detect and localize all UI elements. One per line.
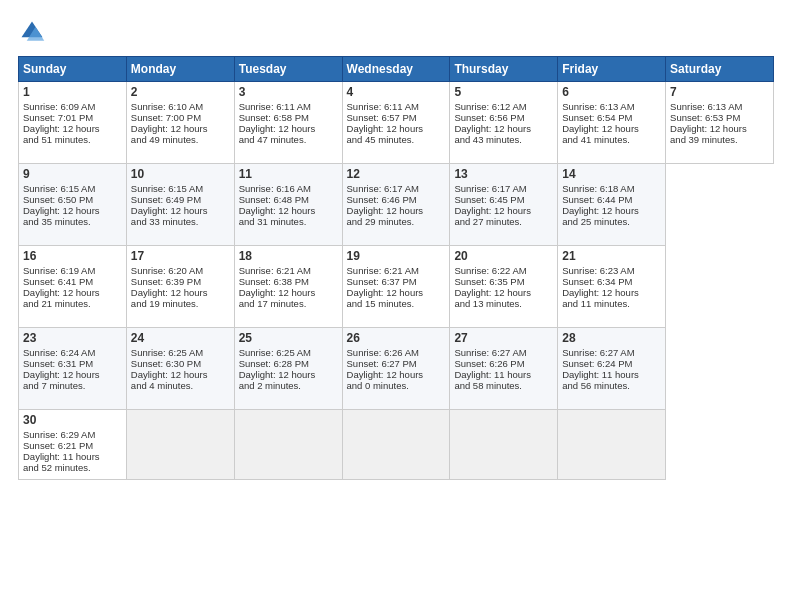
day-info-line: Sunset: 6:58 PM <box>239 112 338 123</box>
day-info-line: Sunset: 6:26 PM <box>454 358 553 369</box>
day-number: 19 <box>347 249 446 263</box>
calendar-header-sunday: Sunday <box>19 57 127 82</box>
day-info-line: Sunset: 6:56 PM <box>454 112 553 123</box>
day-info-line: Daylight: 11 hours <box>562 369 661 380</box>
calendar-cell: 7Sunrise: 6:13 AMSunset: 6:53 PMDaylight… <box>666 82 774 164</box>
day-info-line: Sunrise: 6:17 AM <box>347 183 446 194</box>
day-info-line: and 58 minutes. <box>454 380 553 391</box>
calendar-cell: 6Sunrise: 6:13 AMSunset: 6:54 PMDaylight… <box>558 82 666 164</box>
day-info-line: Sunrise: 6:11 AM <box>347 101 446 112</box>
calendar-cell: 25Sunrise: 6:25 AMSunset: 6:28 PMDayligh… <box>234 328 342 410</box>
day-info-line: and 35 minutes. <box>23 216 122 227</box>
calendar-cell: 28Sunrise: 6:27 AMSunset: 6:24 PMDayligh… <box>558 328 666 410</box>
day-info-line: and 17 minutes. <box>239 298 338 309</box>
day-info-line: Sunset: 6:48 PM <box>239 194 338 205</box>
day-info-line: Daylight: 12 hours <box>239 205 338 216</box>
day-info-line: Sunset: 6:41 PM <box>23 276 122 287</box>
day-info-line: Sunset: 6:54 PM <box>562 112 661 123</box>
day-number: 18 <box>239 249 338 263</box>
calendar-cell: 17Sunrise: 6:20 AMSunset: 6:39 PMDayligh… <box>126 246 234 328</box>
day-info-line: and 27 minutes. <box>454 216 553 227</box>
calendar-cell: 30Sunrise: 6:29 AMSunset: 6:21 PMDayligh… <box>19 410 127 480</box>
page: SundayMondayTuesdayWednesdayThursdayFrid… <box>0 0 792 612</box>
calendar-cell <box>450 410 558 480</box>
calendar-cell: 18Sunrise: 6:21 AMSunset: 6:38 PMDayligh… <box>234 246 342 328</box>
day-number: 27 <box>454 331 553 345</box>
calendar-week-2: 9Sunrise: 6:15 AMSunset: 6:50 PMDaylight… <box>19 164 774 246</box>
day-number: 4 <box>347 85 446 99</box>
day-info-line: Sunrise: 6:22 AM <box>454 265 553 276</box>
day-info-line: Sunrise: 6:11 AM <box>239 101 338 112</box>
day-number: 12 <box>347 167 446 181</box>
calendar-header-monday: Monday <box>126 57 234 82</box>
calendar-cell: 5Sunrise: 6:12 AMSunset: 6:56 PMDaylight… <box>450 82 558 164</box>
calendar-cell <box>126 410 234 480</box>
calendar-cell: 24Sunrise: 6:25 AMSunset: 6:30 PMDayligh… <box>126 328 234 410</box>
day-info-line: Daylight: 12 hours <box>131 205 230 216</box>
day-info-line: Sunrise: 6:15 AM <box>131 183 230 194</box>
day-info-line: Sunset: 6:49 PM <box>131 194 230 205</box>
day-info-line: Daylight: 12 hours <box>454 287 553 298</box>
day-info-line: Daylight: 12 hours <box>131 287 230 298</box>
day-info-line: Sunset: 6:57 PM <box>347 112 446 123</box>
day-info-line: and 7 minutes. <box>23 380 122 391</box>
day-number: 11 <box>239 167 338 181</box>
day-info-line: and 25 minutes. <box>562 216 661 227</box>
day-info-line: Daylight: 12 hours <box>23 287 122 298</box>
day-info-line: Daylight: 12 hours <box>23 205 122 216</box>
day-info-line: Sunset: 6:27 PM <box>347 358 446 369</box>
calendar-cell: 9Sunrise: 6:15 AMSunset: 6:50 PMDaylight… <box>19 164 127 246</box>
day-number: 17 <box>131 249 230 263</box>
calendar-cell: 16Sunrise: 6:19 AMSunset: 6:41 PMDayligh… <box>19 246 127 328</box>
day-number: 1 <box>23 85 122 99</box>
day-number: 7 <box>670 85 769 99</box>
day-info-line: Sunset: 6:34 PM <box>562 276 661 287</box>
day-number: 25 <box>239 331 338 345</box>
day-info-line: Sunrise: 6:12 AM <box>454 101 553 112</box>
day-info-line: Daylight: 12 hours <box>23 369 122 380</box>
day-info-line: Sunset: 6:24 PM <box>562 358 661 369</box>
day-number: 24 <box>131 331 230 345</box>
calendar-header-tuesday: Tuesday <box>234 57 342 82</box>
calendar-cell <box>234 410 342 480</box>
day-info-line: Daylight: 12 hours <box>347 287 446 298</box>
day-info-line: Daylight: 12 hours <box>562 287 661 298</box>
calendar-cell: 1Sunrise: 6:09 AMSunset: 7:01 PMDaylight… <box>19 82 127 164</box>
day-number: 23 <box>23 331 122 345</box>
day-info-line: Daylight: 12 hours <box>670 123 769 134</box>
day-info-line: Daylight: 12 hours <box>239 123 338 134</box>
day-info-line: and 13 minutes. <box>454 298 553 309</box>
calendar-cell: 19Sunrise: 6:21 AMSunset: 6:37 PMDayligh… <box>342 246 450 328</box>
day-info-line: Daylight: 12 hours <box>347 123 446 134</box>
day-info-line: Sunset: 6:38 PM <box>239 276 338 287</box>
day-info-line: Daylight: 12 hours <box>562 123 661 134</box>
day-info-line: Sunrise: 6:27 AM <box>562 347 661 358</box>
day-info-line: Daylight: 12 hours <box>454 123 553 134</box>
day-info-line: Sunrise: 6:24 AM <box>23 347 122 358</box>
day-number: 6 <box>562 85 661 99</box>
calendar-week-3: 16Sunrise: 6:19 AMSunset: 6:41 PMDayligh… <box>19 246 774 328</box>
day-info-line: and 45 minutes. <box>347 134 446 145</box>
day-info-line: and 43 minutes. <box>454 134 553 145</box>
day-info-line: Sunrise: 6:18 AM <box>562 183 661 194</box>
day-info-line: Sunrise: 6:09 AM <box>23 101 122 112</box>
calendar-header-saturday: Saturday <box>666 57 774 82</box>
day-number: 5 <box>454 85 553 99</box>
day-number: 21 <box>562 249 661 263</box>
day-info-line: Sunrise: 6:13 AM <box>562 101 661 112</box>
day-info-line: Sunset: 6:30 PM <box>131 358 230 369</box>
day-info-line: Sunset: 7:01 PM <box>23 112 122 123</box>
calendar-header-wednesday: Wednesday <box>342 57 450 82</box>
calendar-body: 1Sunrise: 6:09 AMSunset: 7:01 PMDaylight… <box>19 82 774 480</box>
day-info-line: Sunset: 6:45 PM <box>454 194 553 205</box>
day-number: 30 <box>23 413 122 427</box>
day-info-line: and 4 minutes. <box>131 380 230 391</box>
day-number: 14 <box>562 167 661 181</box>
day-number: 20 <box>454 249 553 263</box>
day-info-line: Sunrise: 6:23 AM <box>562 265 661 276</box>
day-info-line: Sunrise: 6:13 AM <box>670 101 769 112</box>
logo <box>18 18 50 46</box>
calendar-cell: 21Sunrise: 6:23 AMSunset: 6:34 PMDayligh… <box>558 246 666 328</box>
day-info-line: and 52 minutes. <box>23 462 122 473</box>
day-info-line: and 39 minutes. <box>670 134 769 145</box>
